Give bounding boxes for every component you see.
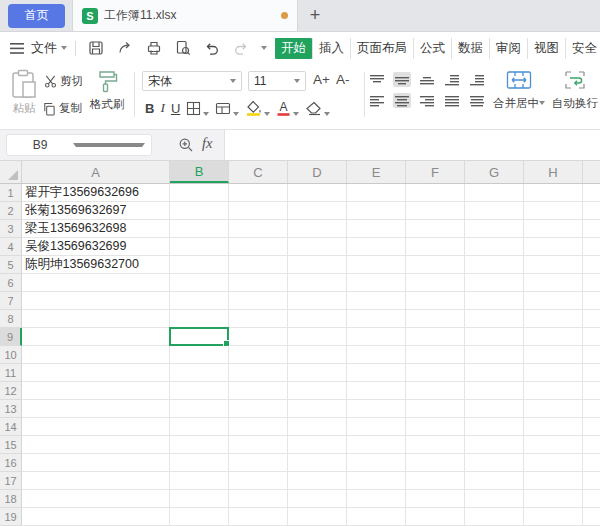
cell-D6[interactable]	[288, 274, 347, 292]
undo-icon[interactable]	[203, 39, 221, 57]
cell-F1[interactable]	[406, 184, 465, 202]
ribbon-tab-插入[interactable]: 插入	[312, 38, 350, 59]
cell-E19[interactable]	[347, 508, 406, 526]
insert-function-button[interactable]: fx	[202, 135, 212, 152]
cell-F18[interactable]	[406, 490, 465, 508]
cell-C3[interactable]	[229, 220, 288, 238]
cell-B13[interactable]	[170, 400, 229, 418]
font-name-select[interactable]: 宋体	[142, 71, 242, 91]
ribbon-tab-数据[interactable]: 数据	[451, 38, 489, 59]
column-header-B[interactable]: B	[170, 161, 229, 183]
row-header-4[interactable]: 4	[0, 238, 22, 256]
cell-F11[interactable]	[406, 364, 465, 382]
copy-button[interactable]: 复制	[42, 101, 82, 116]
cell-H6[interactable]	[524, 274, 583, 292]
cell-E18[interactable]	[347, 490, 406, 508]
cell-B18[interactable]	[170, 490, 229, 508]
cell-A2[interactable]: 张菊13569632697	[22, 202, 170, 220]
ribbon-tab-安全[interactable]: 安全	[565, 38, 600, 59]
cell-D8[interactable]	[288, 310, 347, 328]
document-tab[interactable]: S 工作簿11.xlsx	[72, 0, 298, 31]
cell-D18[interactable]	[288, 490, 347, 508]
new-tab-button[interactable]: +	[298, 0, 332, 31]
row-header-12[interactable]: 12	[0, 382, 22, 400]
ribbon-tab-公式[interactable]: 公式	[413, 38, 451, 59]
cell-G13[interactable]	[465, 400, 524, 418]
row-header-8[interactable]: 8	[0, 310, 22, 328]
align-left-icon[interactable]	[368, 93, 386, 108]
cell-D19[interactable]	[288, 508, 347, 526]
column-header-E[interactable]: E	[347, 161, 406, 183]
formula-input[interactable]	[224, 130, 600, 160]
cell-B3[interactable]	[170, 220, 229, 238]
cell-H14[interactable]	[524, 418, 583, 436]
cell-G15[interactable]	[465, 436, 524, 454]
cell-A3[interactable]: 梁玉13569632698	[22, 220, 170, 238]
cell-B12[interactable]	[170, 382, 229, 400]
cell-C16[interactable]	[229, 454, 288, 472]
cell-F15[interactable]	[406, 436, 465, 454]
row-header-14[interactable]: 14	[0, 418, 22, 436]
cell-E5[interactable]	[347, 256, 406, 274]
cell-F19[interactable]	[406, 508, 465, 526]
cell-E16[interactable]	[347, 454, 406, 472]
cell-F17[interactable]	[406, 472, 465, 490]
cell-C8[interactable]	[229, 310, 288, 328]
cell-H17[interactable]	[524, 472, 583, 490]
cell-G7[interactable]	[465, 292, 524, 310]
cell-B10[interactable]	[170, 346, 229, 364]
decrease-indent-icon[interactable]	[443, 72, 461, 87]
cell-C11[interactable]	[229, 364, 288, 382]
align-center-icon[interactable]	[393, 93, 411, 108]
select-all-corner[interactable]	[0, 161, 22, 183]
vertical-align-top[interactable]	[368, 72, 386, 87]
cell-C6[interactable]	[229, 274, 288, 292]
row-header-1[interactable]: 1	[0, 184, 22, 202]
cell-B2[interactable]	[170, 202, 229, 220]
cell-H13[interactable]	[524, 400, 583, 418]
cell-B4[interactable]	[170, 238, 229, 256]
cell-G8[interactable]	[465, 310, 524, 328]
active-cell-selection[interactable]	[169, 327, 229, 346]
cell-E3[interactable]	[347, 220, 406, 238]
cell-A7[interactable]	[22, 292, 170, 310]
cell-E17[interactable]	[347, 472, 406, 490]
ribbon-tab-开始[interactable]: 开始	[275, 38, 312, 59]
cell-C4[interactable]	[229, 238, 288, 256]
cell-H16[interactable]	[524, 454, 583, 472]
cell-F6[interactable]	[406, 274, 465, 292]
cell-E4[interactable]	[347, 238, 406, 256]
cell-E6[interactable]	[347, 274, 406, 292]
cell-D16[interactable]	[288, 454, 347, 472]
zoom-formula-icon[interactable]	[178, 137, 194, 153]
cell-F4[interactable]	[406, 238, 465, 256]
cell-H15[interactable]	[524, 436, 583, 454]
cell-B19[interactable]	[170, 508, 229, 526]
cell-H19[interactable]	[524, 508, 583, 526]
cell-C13[interactable]	[229, 400, 288, 418]
cell-C12[interactable]	[229, 382, 288, 400]
cell-A9[interactable]	[22, 328, 170, 346]
cell-H11[interactable]	[524, 364, 583, 382]
fill-color-button[interactable]	[245, 100, 270, 116]
row-header-17[interactable]: 17	[0, 472, 22, 490]
cell-F16[interactable]	[406, 454, 465, 472]
name-box[interactable]: B9	[6, 134, 152, 156]
align-right-icon[interactable]	[418, 93, 436, 108]
cell-style-button[interactable]	[215, 101, 239, 116]
cell-E14[interactable]	[347, 418, 406, 436]
cell-D3[interactable]	[288, 220, 347, 238]
cell-F2[interactable]	[406, 202, 465, 220]
column-header-C[interactable]: C	[229, 161, 288, 183]
cell-E1[interactable]	[347, 184, 406, 202]
ribbon-tab-审阅[interactable]: 审阅	[489, 38, 527, 59]
justify-icon[interactable]	[443, 93, 461, 108]
ribbon-tab-页面布局[interactable]: 页面布局	[350, 38, 413, 59]
cell-C18[interactable]	[229, 490, 288, 508]
cell-E8[interactable]	[347, 310, 406, 328]
cell-G19[interactable]	[465, 508, 524, 526]
vertical-align-middle[interactable]	[393, 72, 411, 87]
cell-A4[interactable]: 吴俊13569632699	[22, 238, 170, 256]
cell-H9[interactable]	[524, 328, 583, 346]
cell-A17[interactable]	[22, 472, 170, 490]
